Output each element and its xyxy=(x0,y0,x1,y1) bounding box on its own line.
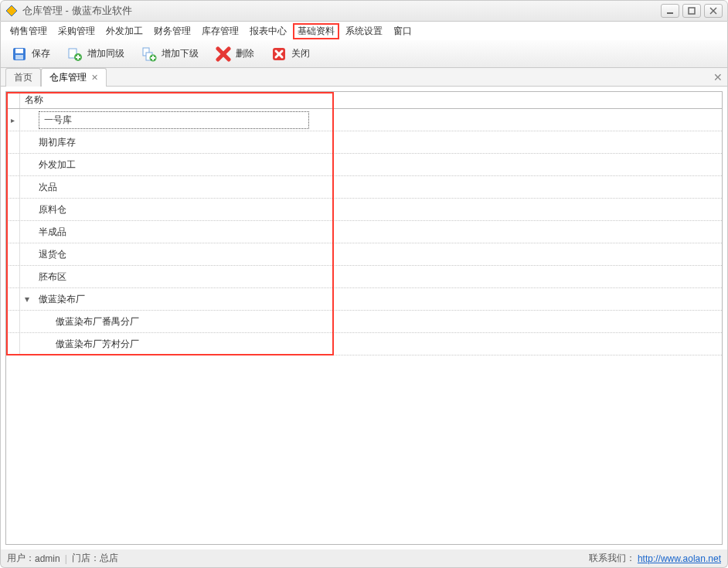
row-handle xyxy=(6,311,20,332)
cell-name: 次品 xyxy=(34,181,62,194)
cell-name: 退货仓 xyxy=(34,248,71,261)
close-panel-icon xyxy=(271,46,287,62)
expander-icon xyxy=(20,311,34,332)
close-panel-button[interactable]: 关闭 xyxy=(267,43,315,65)
svg-rect-7 xyxy=(15,55,23,60)
tree-row[interactable]: 胚布区 xyxy=(6,266,722,288)
tree-row[interactable]: 原料仓 xyxy=(6,199,722,221)
tree-row[interactable]: 期初库存 xyxy=(6,131,722,154)
cell-name: 傲蓝染布厂芳村分厂 xyxy=(34,338,144,351)
row-handle xyxy=(6,333,20,355)
add-child-button[interactable]: 增加下级 xyxy=(137,43,203,65)
window-title: 仓库管理 - 傲蓝布业软件 xyxy=(22,4,661,18)
svg-rect-6 xyxy=(15,49,23,53)
app-icon xyxy=(5,5,18,17)
cell-name: 期初库存 xyxy=(34,136,80,149)
menu-window[interactable]: 窗口 xyxy=(389,23,417,39)
tree-row[interactable]: ▸一号库 xyxy=(6,109,722,131)
svg-rect-2 xyxy=(689,8,695,14)
svg-marker-0 xyxy=(6,5,17,16)
tab-label: 仓库管理 xyxy=(49,72,87,83)
title-bar: 仓库管理 - 傲蓝布业软件 xyxy=(0,0,728,22)
row-handle xyxy=(6,266,20,287)
menu-finance[interactable]: 财务管理 xyxy=(149,23,196,39)
cell-name: 一号库 xyxy=(34,111,314,129)
delete-label: 删除 xyxy=(236,47,254,60)
row-handle: ▸ xyxy=(6,109,20,131)
status-contact-label: 联系我们： xyxy=(589,552,635,565)
menu-purchase[interactable]: 采购管理 xyxy=(53,23,100,39)
close-button[interactable] xyxy=(704,4,723,18)
cell-name: 半成品 xyxy=(34,226,71,239)
menu-stock[interactable]: 库存管理 xyxy=(197,23,243,39)
tab-close-icon[interactable]: ✕ xyxy=(91,73,98,82)
row-handle xyxy=(6,176,20,198)
tree-row[interactable]: ▾傲蓝染布厂 xyxy=(6,288,722,311)
status-store: 总店 xyxy=(100,552,118,565)
tree-row[interactable]: 次品 xyxy=(6,176,722,199)
status-store-label: 门店： xyxy=(72,552,100,565)
menu-bar: 销售管理 采购管理 外发加工 财务管理 库存管理 报表中心 基础资料 系统设置 … xyxy=(0,22,728,40)
tab-bar: 首页 仓库管理✕ ✕ xyxy=(0,68,728,87)
main-area: 名称 ▸一号库期初库存外发加工次品原料仓半成品退货仓胚布区▾傲蓝染布厂傲蓝染布厂… xyxy=(0,87,728,549)
tree-row[interactable]: 外发加工 xyxy=(6,154,722,176)
tab-label: 首页 xyxy=(14,72,32,83)
tree-row[interactable]: 半成品 xyxy=(6,221,722,243)
save-button[interactable]: 保存 xyxy=(7,43,55,65)
row-handle xyxy=(6,243,20,265)
delete-icon xyxy=(216,46,231,62)
expander-icon xyxy=(20,333,34,355)
expander-icon xyxy=(20,109,34,131)
expander-icon xyxy=(20,176,34,198)
minimize-button[interactable] xyxy=(661,4,679,18)
expander-icon xyxy=(20,221,34,243)
expander-icon xyxy=(20,154,34,175)
status-bar: 用户： admin | 门店： 总店 联系我们： http://www.aola… xyxy=(0,549,728,568)
status-link[interactable]: http://www.aolan.net xyxy=(638,553,721,564)
tabs-close-all-icon[interactable]: ✕ xyxy=(713,71,723,83)
cell-name: 胚布区 xyxy=(34,270,71,284)
expander-icon xyxy=(20,243,34,265)
status-user: admin xyxy=(35,553,60,564)
tree-row[interactable]: 退货仓 xyxy=(6,243,722,266)
tree-row[interactable]: 傲蓝染布厂芳村分厂 xyxy=(6,333,722,355)
add-sibling-icon xyxy=(67,46,83,62)
close-panel-label: 关闭 xyxy=(291,47,310,60)
tree-row[interactable]: 傲蓝染布厂番禺分厂 xyxy=(6,311,722,333)
menu-report[interactable]: 报表中心 xyxy=(245,23,291,39)
tab-home[interactable]: 首页 xyxy=(5,68,41,87)
maximize-button[interactable] xyxy=(682,4,701,18)
row-handle xyxy=(6,199,20,220)
toolbar: 保存 增加同级 增加下级 删除 关闭 xyxy=(0,40,728,68)
add-sibling-label: 增加同级 xyxy=(87,47,124,60)
grid-header-row: 名称 xyxy=(6,92,722,109)
cell-name: 外发加工 xyxy=(34,158,80,172)
row-handle xyxy=(6,154,20,175)
tab-warehouse[interactable]: 仓库管理✕ xyxy=(41,68,107,87)
delete-button[interactable]: 删除 xyxy=(211,43,259,65)
save-label: 保存 xyxy=(32,47,50,60)
status-user-label: 用户： xyxy=(7,552,35,565)
cell-name: 原料仓 xyxy=(34,203,71,216)
expander-icon xyxy=(20,266,34,287)
row-handle-header xyxy=(6,92,20,108)
menu-sales[interactable]: 销售管理 xyxy=(5,23,52,39)
row-handle xyxy=(6,131,20,153)
status-separator: | xyxy=(65,553,67,564)
column-header-name[interactable]: 名称 xyxy=(20,94,48,107)
grid-body: ▸一号库期初库存外发加工次品原料仓半成品退货仓胚布区▾傲蓝染布厂傲蓝染布厂番禺分… xyxy=(6,109,722,355)
add-child-label: 增加下级 xyxy=(162,47,199,60)
cell-name: 傲蓝染布厂番禺分厂 xyxy=(34,315,144,328)
expander-icon xyxy=(20,199,34,220)
grid-panel: 名称 ▸一号库期初库存外发加工次品原料仓半成品退货仓胚布区▾傲蓝染布厂傲蓝染布厂… xyxy=(5,91,723,545)
save-icon xyxy=(12,46,27,62)
menu-settings[interactable]: 系统设置 xyxy=(341,23,387,39)
cell-name: 傲蓝染布厂 xyxy=(34,293,90,306)
row-handle xyxy=(6,288,20,310)
add-sibling-button[interactable]: 增加同级 xyxy=(63,43,129,65)
row-handle xyxy=(6,221,20,243)
expander-icon xyxy=(20,131,34,153)
menu-outsource[interactable]: 外发加工 xyxy=(101,23,148,39)
expander-icon[interactable]: ▾ xyxy=(20,288,34,310)
menu-basedata[interactable]: 基础资料 xyxy=(293,23,339,39)
